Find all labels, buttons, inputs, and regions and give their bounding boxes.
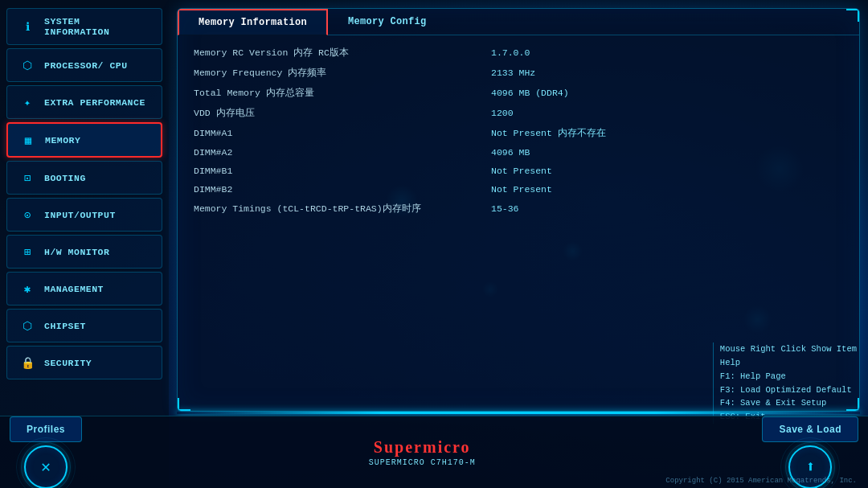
tab-bar: Memory InformationMemory Config — [178, 9, 859, 35]
copyright-text: Copyright (C) 2015 American Megatrends, … — [665, 477, 857, 485]
info-value: Not Present — [491, 184, 552, 195]
info-value: 2133 MHz — [491, 68, 535, 78]
sidebar-item-label-security: Security — [44, 358, 92, 368]
booting-icon: ⊡ — [18, 169, 36, 187]
info-row: DIMM#A1Not Present 内存不存在 — [194, 127, 843, 139]
memory-info-content: Memory RC Version 内存 RC版本1.7.0.0Memory F… — [178, 35, 859, 234]
chipset-icon: ⬡ — [18, 317, 36, 334]
corner-bl-decoration — [178, 398, 190, 411]
sidebar-item-system-information[interactable]: ℹSystem Information — [6, 8, 162, 45]
info-label: DIMM#A1 — [194, 128, 491, 138]
info-label: DIMM#A2 — [194, 147, 491, 158]
info-value: 4096 MB (DDR4) — [491, 88, 569, 98]
brand-logo: Supermicro — [374, 438, 471, 457]
profiles-circle-button[interactable]: ✕ — [24, 445, 68, 489]
sidebar-item-label-chipset: Chipset — [44, 321, 86, 331]
tab-memory-information[interactable]: Memory Information — [178, 9, 328, 35]
management-icon: ✱ — [18, 280, 36, 297]
help-line: F3: Load Optimized Default — [720, 383, 857, 397]
info-row: Memory RC Version 内存 RC版本1.7.0.0 — [194, 47, 843, 59]
info-value: 1.7.0.0 — [491, 47, 530, 58]
tab-memory-config[interactable]: Memory Config — [328, 9, 447, 35]
info-value: Not Present — [491, 166, 552, 176]
hw-monitor-icon: ⊞ — [18, 243, 36, 260]
sidebar-item-label-system-information: System Information — [44, 16, 150, 37]
sidebar-item-hw-monitor[interactable]: ⊞H/W Monitor — [6, 235, 162, 269]
help-line: Help — [720, 356, 857, 370]
info-row: DIMM#B1Not Present — [194, 166, 843, 176]
info-value: 1200 — [491, 108, 514, 118]
info-row: Memory Frequency 内存频率2133 MHz — [194, 67, 843, 79]
sidebar-item-chipset[interactable]: ⬡Chipset — [6, 309, 162, 342]
sidebar-item-management[interactable]: ✱Management — [6, 272, 162, 306]
security-icon: 🔒 — [18, 354, 36, 371]
info-label: VDD 内存电压 — [194, 107, 491, 119]
info-value: 15-36 — [491, 203, 519, 214]
sidebar-item-label-memory: Memory — [45, 135, 80, 146]
input-output-icon: ⊙ — [18, 206, 36, 223]
model-name-text: SUPERMICRO C7H170-M — [369, 458, 476, 467]
sidebar: ℹSystem Information⬡Processor/ CPU✦Extra… — [0, 0, 169, 488]
system-information-icon: ℹ — [18, 18, 36, 35]
extra-performance-icon: ✦ — [18, 93, 36, 111]
brand-name-text: Supermicr — [374, 438, 461, 456]
info-label: DIMM#B1 — [194, 166, 491, 176]
info-row: Total Memory 内存总容量4096 MB (DDR4) — [194, 87, 843, 99]
help-line: Mouse Right Click Show Item — [720, 342, 857, 356]
help-line: F1: Help Page — [720, 370, 857, 383]
info-label: DIMM#B2 — [194, 184, 491, 195]
sidebar-item-booting[interactable]: ⊡Booting — [6, 161, 162, 195]
sidebar-item-label-processor-cpu: Processor/ CPU — [44, 60, 128, 71]
sidebar-item-extra-performance[interactable]: ✦Extra Performance — [6, 85, 162, 119]
info-row: DIMM#B2Not Present — [194, 184, 843, 195]
profiles-section: Profiles ✕ — [10, 416, 82, 489]
sidebar-item-label-hw-monitor: H/W Monitor — [44, 247, 109, 257]
info-label: Memory Timings (tCL-tRCD-tRP-tRAS)内存时序 — [194, 203, 491, 215]
sidebar-item-label-input-output: Input/Output — [44, 210, 116, 220]
memory-icon: ▦ — [19, 131, 37, 149]
sidebar-item-memory[interactable]: ▦Memory — [6, 122, 162, 158]
help-line: F4: Save & Exit Setup — [720, 396, 857, 410]
brand-name-o: o — [461, 438, 471, 456]
info-row: Memory Timings (tCL-tRCD-tRP-tRAS)内存时序15… — [194, 203, 843, 215]
info-row: VDD 内存电压1200 — [194, 107, 843, 119]
sidebar-item-security[interactable]: 🔒Security — [6, 346, 162, 379]
info-value: 4096 MB — [491, 147, 530, 158]
brand-section: Supermicro SUPERMICRO C7H170-M — [369, 438, 476, 467]
sidebar-item-input-output[interactable]: ⊙Input/Output — [6, 198, 162, 232]
deco-horizontal-bar — [177, 412, 860, 414]
info-label: Total Memory 内存总容量 — [194, 87, 491, 99]
info-value: Not Present 内存不存在 — [491, 127, 606, 139]
sidebar-item-label-booting: Booting — [44, 173, 86, 183]
sidebar-item-label-extra-performance: Extra Performance — [44, 97, 145, 108]
info-label: Memory RC Version 内存 RC版本 — [194, 47, 491, 59]
sidebar-item-processor-cpu[interactable]: ⬡Processor/ CPU — [6, 48, 162, 82]
sidebar-item-label-management: Management — [44, 284, 104, 294]
info-label: Memory Frequency 内存频率 — [194, 67, 491, 79]
info-row: DIMM#A24096 MB — [194, 147, 843, 158]
processor-cpu-icon: ⬡ — [18, 56, 36, 74]
